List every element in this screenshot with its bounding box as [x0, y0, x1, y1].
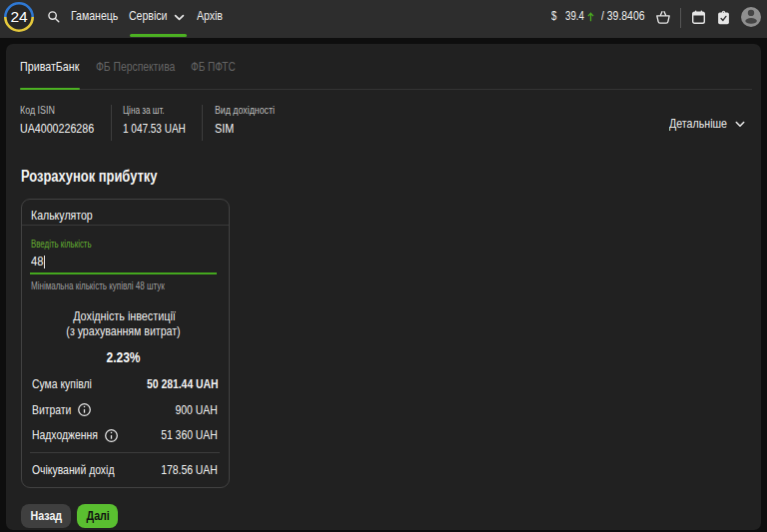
svg-text:24: 24 — [10, 8, 28, 25]
